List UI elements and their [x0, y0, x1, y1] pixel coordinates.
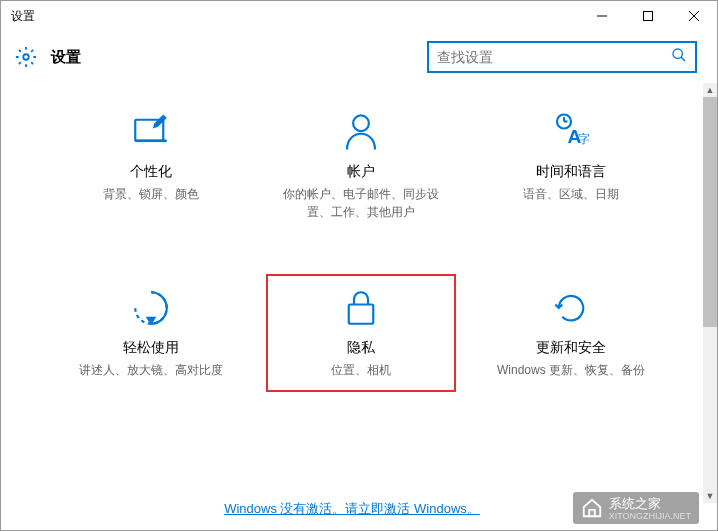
scrollbar-up-arrow[interactable]: ▲ — [703, 83, 717, 97]
maximize-button[interactable] — [625, 1, 671, 31]
gear-icon — [15, 46, 37, 68]
svg-point-5 — [673, 49, 682, 58]
watermark: 系统之家 XITONGZHIJIA.NET — [573, 492, 699, 524]
tile-desc: 你的帐户、电子邮件、同步设置、工作、其他用户 — [281, 185, 441, 221]
personalization-icon — [130, 111, 172, 153]
update-icon — [550, 287, 592, 329]
header: 设置 — [1, 31, 717, 83]
tile-time-language[interactable]: A 字 时间和语言 语音、区域、日期 — [481, 103, 661, 229]
close-button[interactable] — [671, 1, 717, 31]
page-title: 设置 — [51, 48, 413, 67]
svg-point-9 — [353, 115, 369, 131]
tile-accounts[interactable]: 帐户 你的帐户、电子邮件、同步设置、工作、其他用户 — [271, 103, 451, 229]
svg-line-6 — [681, 57, 685, 61]
tiles-grid: 个性化 背景、锁屏、颜色 帐户 你的帐户、电子邮件、同步设置、工作、其他用户 A… — [61, 103, 687, 387]
tile-title: 轻松使用 — [123, 339, 179, 357]
tile-privacy[interactable]: 隐私 位置、相机 — [271, 279, 451, 387]
tile-ease-of-access[interactable]: 轻松使用 讲述人、放大镜、高对比度 — [61, 279, 241, 387]
tile-desc: Windows 更新、恢复、备份 — [497, 361, 645, 379]
scrollbar-thumb[interactable] — [703, 97, 717, 327]
tile-title: 更新和安全 — [536, 339, 606, 357]
watermark-url: XITONGZHIJIA.NET — [609, 511, 691, 521]
svg-point-4 — [23, 54, 29, 60]
content-area: 个性化 背景、锁屏、颜色 帐户 你的帐户、电子邮件、同步设置、工作、其他用户 A… — [1, 83, 717, 503]
search-icon — [671, 47, 687, 67]
tile-desc: 讲述人、放大镜、高对比度 — [79, 361, 223, 379]
window-controls — [579, 1, 717, 31]
time-language-icon: A 字 — [550, 111, 592, 153]
ease-of-access-icon — [130, 287, 172, 329]
svg-rect-17 — [589, 510, 595, 516]
tile-desc: 语音、区域、日期 — [523, 185, 619, 203]
window-title: 设置 — [11, 8, 579, 25]
lock-icon — [340, 287, 382, 329]
tile-title: 帐户 — [347, 163, 375, 181]
tile-desc: 背景、锁屏、颜色 — [103, 185, 199, 203]
titlebar: 设置 — [1, 1, 717, 31]
tile-title: 隐私 — [347, 339, 375, 357]
accounts-icon — [340, 111, 382, 153]
minimize-button[interactable] — [579, 1, 625, 31]
tile-personalization[interactable]: 个性化 背景、锁屏、颜色 — [61, 103, 241, 229]
tile-desc: 位置、相机 — [331, 361, 391, 379]
svg-rect-1 — [644, 12, 653, 21]
activate-windows-link[interactable]: Windows 没有激活。请立即激活 Windows。 — [224, 501, 480, 516]
tile-title: 时间和语言 — [536, 163, 606, 181]
scrollbar[interactable]: ▲ ▼ — [703, 83, 717, 503]
tile-title: 个性化 — [130, 163, 172, 181]
search-input[interactable] — [437, 49, 671, 65]
tile-update-security[interactable]: 更新和安全 Windows 更新、恢复、备份 — [481, 279, 661, 387]
svg-rect-16 — [349, 305, 374, 324]
svg-text:字: 字 — [578, 132, 590, 146]
search-box[interactable] — [427, 41, 697, 73]
scrollbar-down-arrow[interactable]: ▼ — [703, 489, 717, 503]
house-icon — [581, 497, 603, 519]
